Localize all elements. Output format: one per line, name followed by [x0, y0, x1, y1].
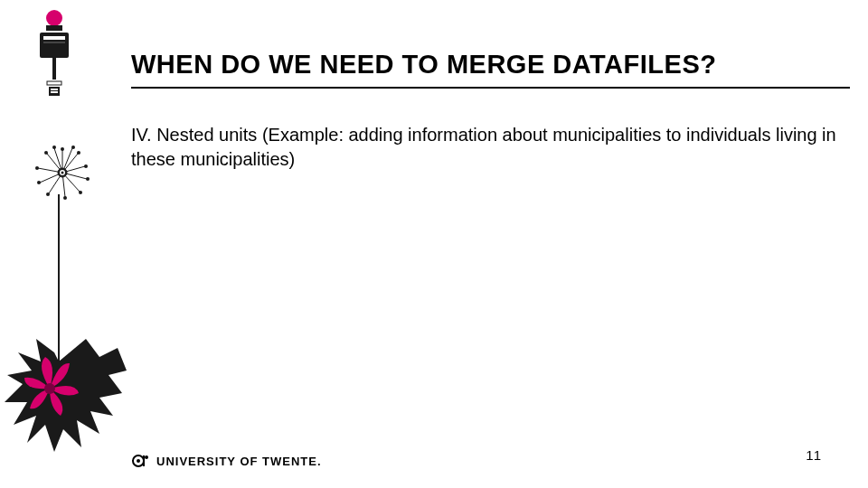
slide-title: WHEN DO WE NEED TO MERGE DATAFILES?: [131, 50, 850, 89]
svg-rect-4: [43, 42, 65, 43]
svg-point-30: [37, 181, 41, 184]
svg-point-0: [46, 10, 62, 26]
svg-rect-1: [46, 25, 62, 31]
svg-rect-9: [51, 91, 58, 93]
svg-line-21: [54, 148, 62, 173]
svg-rect-5: [52, 58, 56, 80]
svg-point-27: [79, 191, 82, 194]
svg-point-31: [35, 166, 39, 170]
svg-point-25: [84, 164, 88, 168]
svg-line-12: [62, 154, 78, 173]
svg-point-26: [86, 177, 90, 181]
svg-line-22: [62, 148, 72, 173]
page-number: 11: [806, 447, 821, 463]
institution-name: UNIVERSITY OF TWENTE.: [156, 455, 322, 468]
svg-point-37: [44, 383, 55, 394]
svg-point-36: [61, 172, 64, 174]
dandelion-seed-icon: [34, 145, 90, 201]
svg-rect-8: [51, 89, 58, 90]
svg-rect-6: [47, 81, 61, 85]
content-area: WHEN DO WE NEED TO MERGE DATAFILES? IV. …: [131, 50, 850, 172]
camera-mic-icon: [36, 9, 80, 108]
svg-rect-40: [143, 455, 145, 466]
slide: WHEN DO WE NEED TO MERGE DATAFILES? IV. …: [0, 0, 868, 488]
institution-logo: UNIVERSITY OF TWENTE.: [131, 452, 322, 470]
svg-point-34: [71, 145, 75, 149]
svg-point-24: [77, 151, 80, 155]
svg-point-41: [145, 455, 148, 459]
leaves-flower-icon: [0, 325, 136, 470]
svg-line-15: [62, 173, 80, 192]
svg-rect-3: [43, 36, 65, 40]
svg-point-23: [61, 147, 64, 151]
svg-point-33: [52, 145, 56, 149]
svg-point-39: [137, 459, 140, 463]
footer: UNIVERSITY OF TWENTE.: [131, 452, 322, 470]
left-decoration-strip: [0, 0, 108, 488]
svg-point-32: [44, 151, 48, 155]
ut-logo-mark-icon: [131, 452, 149, 470]
svg-point-28: [63, 196, 67, 200]
svg-point-29: [46, 192, 50, 196]
slide-body-text: IV. Nested units (Example: adding inform…: [131, 123, 850, 172]
